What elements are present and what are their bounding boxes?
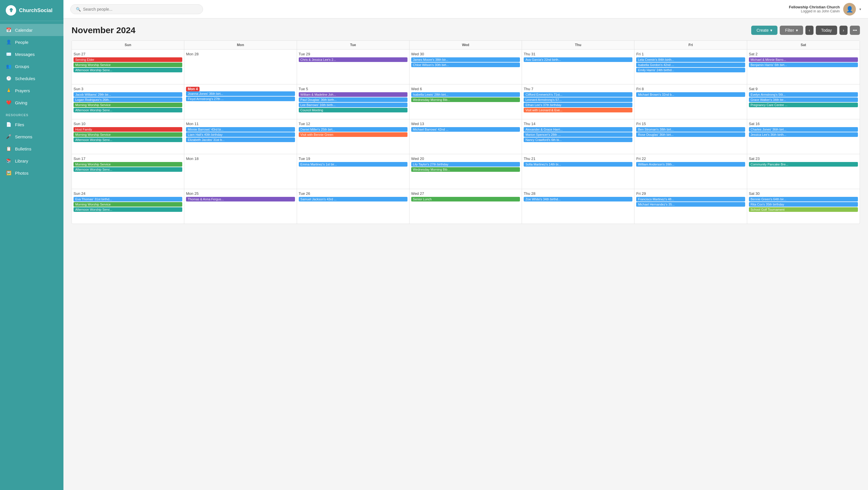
event-chip[interactable]: Visit with Leonard & Eve... xyxy=(524,108,632,112)
dropdown-arrow-icon[interactable]: ▾ xyxy=(859,7,861,11)
event-chip[interactable]: Marion Spencer's 28th ... xyxy=(524,132,632,137)
event-chip[interactable]: Clifford Emmerich's 71st... xyxy=(524,92,632,97)
event-chip[interactable]: Zoe White's 34th birthd... xyxy=(524,197,632,201)
event-chip[interactable]: Morning Worship Service xyxy=(73,63,182,67)
event-chip[interactable]: Nancy Crawford's 6th bi... xyxy=(524,137,632,142)
event-chip[interactable]: Joanna Jones' 36th birt... xyxy=(186,91,295,96)
event-chip[interactable]: Wednesday Morning Bib... xyxy=(411,97,520,102)
event-chip[interactable]: Senior Lunch xyxy=(411,197,520,201)
event-chip[interactable]: Community Pancake Bre... xyxy=(749,162,858,167)
sidebar-item-messages[interactable]: ✉️ Messages xyxy=(0,48,63,60)
sidebar-item-prayers[interactable]: 🙏 Prayers xyxy=(0,85,63,97)
event-chip[interactable]: Michael Hernandez's 35... xyxy=(636,202,745,207)
event-chip[interactable]: Morning Worship Service xyxy=(73,202,182,207)
event-chip[interactable]: Lee Barrows' 16th birth... xyxy=(299,103,407,107)
more-options-button[interactable]: ••• xyxy=(850,26,860,35)
event-chip[interactable]: Bennie Green's 64th bir... xyxy=(749,197,858,201)
event-chip[interactable]: James Moore's 38th bir... xyxy=(411,57,520,62)
event-chip[interactable]: Logan Rodriguez's 26th... xyxy=(73,97,182,102)
sidebar-item-files[interactable]: 📄 Files xyxy=(0,119,63,131)
event-chip[interactable]: Paul Douglas' 36th birth... xyxy=(299,97,407,102)
sidebar-nav: 📅 Calendar 👤 People ✉️ Messages 👥 Groups… xyxy=(0,21,63,490)
event-chip[interactable]: Morning Worship Service xyxy=(73,132,182,137)
event-chip[interactable]: Chris & Jessica Lee's 2... xyxy=(299,57,407,62)
event-chip[interactable]: Ethan Lee's 37th birthday xyxy=(524,103,632,107)
event-chip[interactable]: Michael & Minnie Barro... xyxy=(749,57,858,62)
sidebar-item-photos[interactable]: 🖼️ Photos xyxy=(0,167,63,179)
sidebar-item-schedules[interactable]: 🕐 Schedules xyxy=(0,72,63,85)
event-chip[interactable]: Thomas & Anna Fergus... xyxy=(186,197,295,201)
search-bar[interactable]: 🔍 xyxy=(70,4,203,14)
event-chip[interactable]: School Golf Tournament xyxy=(749,207,858,212)
event-chip[interactable]: Serving Elder xyxy=(73,57,182,62)
event-chip[interactable]: Sofia Martinez's 14th bi... xyxy=(524,162,632,167)
event-chip[interactable]: Afternoon Worship Servi... xyxy=(73,167,182,172)
sidebar-item-groups[interactable]: 👥 Groups xyxy=(0,60,63,72)
event-chip[interactable]: Evelyn Armstrong's 56t... xyxy=(749,92,858,97)
event-chip[interactable]: Ava Garcia's 22nd birth... xyxy=(524,57,632,62)
avatar[interactable]: 👤 xyxy=(843,3,856,15)
event-chip[interactable]: Minnie Barrows' 43rd bi... xyxy=(186,127,295,132)
sidebar-item-sermons[interactable]: 🎤 Sermons xyxy=(0,131,63,143)
day-number: Sun 24 xyxy=(73,191,85,196)
event-chip[interactable]: Jessica Lee's 36th birth... xyxy=(749,132,858,137)
event-chip[interactable]: Michael Brown's 32nd b... xyxy=(636,92,745,97)
filter-button[interactable]: Filter ▾ xyxy=(780,26,803,35)
event-chip[interactable]: Jacob Williams' 29th bir... xyxy=(73,92,182,97)
sidebar-item-calendar[interactable]: 📅 Calendar xyxy=(0,24,63,36)
event-chip[interactable]: Lela Cremin's 84th birth... xyxy=(636,57,745,62)
next-button[interactable]: › xyxy=(839,26,848,35)
event-chip[interactable]: Wednesday Morning Bib... xyxy=(411,167,520,172)
event-chip[interactable]: Morning Worship Service xyxy=(73,162,182,167)
event-chip[interactable]: Pregnancy Care Centre ... xyxy=(749,103,858,107)
sidebar-item-library[interactable]: 📚 Library xyxy=(0,155,63,167)
event-chip[interactable]: Floyd Armstrong's 27th ... xyxy=(186,97,295,101)
event-chip[interactable]: Grace Walker's 34th bir... xyxy=(749,97,858,102)
event-chip[interactable]: Daniel Miller's 25th birt... xyxy=(299,127,407,132)
event-chip[interactable]: Leonard Armstrong's 57... xyxy=(524,97,632,102)
event-chip[interactable]: Rose Douglas' 36th birt... xyxy=(636,132,745,137)
today-button[interactable]: Today xyxy=(816,26,837,35)
calendar-day: Mon 11Minnie Barrows' 43rd bi...Liam Hal… xyxy=(184,119,297,154)
event-chip[interactable]: Michael Barrows' 42nd ... xyxy=(411,127,520,132)
event-chip[interactable]: William Anderson's 39th... xyxy=(636,162,745,167)
event-chip[interactable]: Charles Jones' 36th birt... xyxy=(749,127,858,132)
event-chip[interactable]: Emily Harris' 24th birthd... xyxy=(636,68,745,72)
event-chip[interactable]: Liam Hall's 40th birthday xyxy=(186,132,295,137)
event-chip[interactable]: Eva Thomas' 31st birthd... xyxy=(73,197,182,201)
event-chip[interactable]: Morning Worship Service xyxy=(73,103,182,107)
event-chip[interactable]: Isabella Lewis' 28th birt... xyxy=(411,92,520,97)
event-chip[interactable]: Afternoon Worship Servi... xyxy=(73,137,182,142)
calendar-day: Mon 4Joanna Jones' 36th birt...Floyd Arm… xyxy=(184,85,297,119)
event-chip[interactable]: Chloe Wilson's 30th birt... xyxy=(411,63,520,67)
sidebar-item-people[interactable]: 👤 People xyxy=(0,36,63,48)
event-chip[interactable]: Elizabeth Jacobs' 31st b... xyxy=(186,137,295,142)
sidebar-item-giving[interactable]: ❤️ Giving xyxy=(0,97,63,109)
calendar-weeks: Sun 27Serving ElderMorning Worship Servi… xyxy=(72,50,860,224)
event-chip[interactable]: Alexander & Grace Harri... xyxy=(524,127,632,132)
event-chip[interactable]: Samuel Jackson's 43rd ... xyxy=(299,197,407,201)
event-chip[interactable]: Rita Cox's 35th birthday xyxy=(749,202,858,207)
day-number: Wed 20 xyxy=(411,157,424,161)
event-chip[interactable]: Afternoon Worship Servi... xyxy=(73,207,182,212)
sidebar-item-label: Messages xyxy=(15,52,35,57)
event-chip[interactable]: Ben Stroman's 38th birt... xyxy=(636,127,745,132)
event-chip[interactable]: Afternoon Worship Servi... xyxy=(73,108,182,112)
event-chip[interactable]: Council Meeting xyxy=(299,108,407,112)
search-input[interactable] xyxy=(83,7,197,11)
event-chip[interactable]: Benjamin Harris' 6th birt... xyxy=(749,63,858,67)
create-button[interactable]: Create ▾ xyxy=(751,26,777,35)
event-chip[interactable]: Lily Taylor's 27th birthday xyxy=(411,162,520,167)
app-logo[interactable]: ✟ ChurchSocial xyxy=(0,0,63,21)
event-chip[interactable]: William & Madeline Joh... xyxy=(299,92,407,97)
event-chip[interactable]: Emma Martinez's 1st bir... xyxy=(299,162,407,167)
sidebar-item-bulletins[interactable]: 📋 Bulletins xyxy=(0,143,63,155)
event-chip[interactable]: Afternoon Worship Servi... xyxy=(73,68,182,72)
event-chip[interactable]: Host Family xyxy=(73,127,182,132)
event-chip[interactable]: Francisco Martinez's 48... xyxy=(636,197,745,201)
prev-button[interactable]: ‹ xyxy=(805,26,814,35)
event-chip[interactable]: Visit with Bennie Green xyxy=(299,132,407,137)
weekday-sun: Sun xyxy=(72,41,184,49)
event-chip[interactable]: Isabella Gordon's 42nd ... xyxy=(636,63,745,67)
calendar-day: Thu 21Sofia Martinez's 14th bi... xyxy=(522,154,634,189)
